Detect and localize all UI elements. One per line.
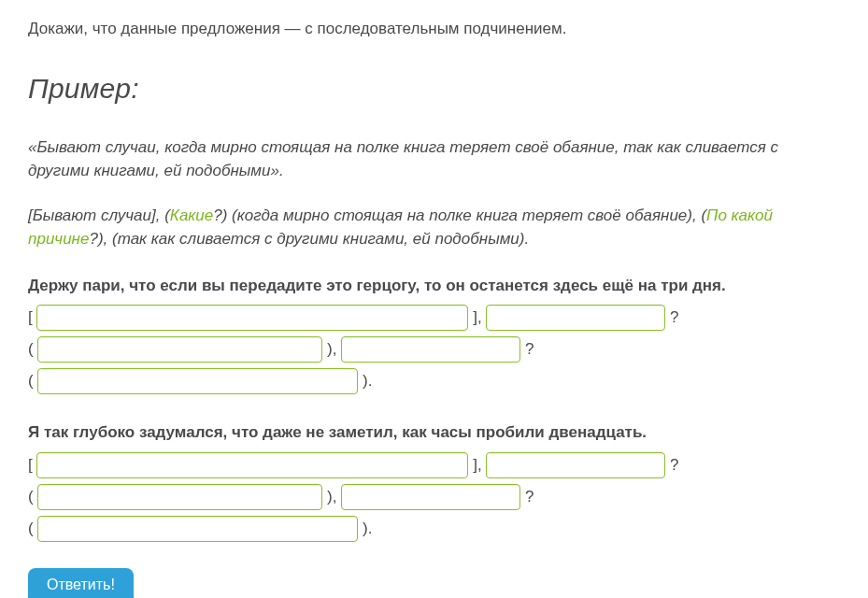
bracket-close-comma: ], xyxy=(468,308,486,326)
paren-open: ( xyxy=(28,340,37,358)
paren-close-comma: ), xyxy=(322,340,341,358)
question-mark: ? xyxy=(665,456,678,474)
instruction-text: Докажи, что данные предложения — с после… xyxy=(28,17,831,41)
task-sentence: Я так глубоко задумался, что даже не зам… xyxy=(28,420,831,445)
answer-input[interactable] xyxy=(37,516,358,542)
answer-line: [ ], ? xyxy=(28,452,831,478)
paren-close-period: ). xyxy=(358,520,372,537)
answer-line: [ ], ? xyxy=(28,305,831,331)
question-mark: ? xyxy=(520,488,534,505)
answer-input[interactable] xyxy=(37,484,322,510)
answer-line: ( ), ? xyxy=(28,336,831,363)
bracket-close-comma: ], xyxy=(468,456,486,474)
question-mark: ? xyxy=(520,340,534,358)
answer-input[interactable] xyxy=(37,368,358,394)
answer-input[interactable] xyxy=(36,452,468,478)
question-mark: ? xyxy=(665,308,678,326)
submit-button[interactable]: Ответить! xyxy=(28,568,134,599)
exercise-page: Докажи, что данные предложения — с после… xyxy=(0,0,868,598)
paren-open: ( xyxy=(28,372,37,390)
paren-open: ( xyxy=(28,520,37,537)
answer-input[interactable] xyxy=(341,484,520,510)
example-analysis-part: [Бывают случаи], ( xyxy=(28,206,170,224)
paren-open: ( xyxy=(28,488,37,505)
answer-input[interactable] xyxy=(486,452,665,478)
example-heading: Пример: xyxy=(28,67,831,109)
answer-input[interactable] xyxy=(37,336,322,363)
example-analysis: [Бывают случаи], (Какие?) (когда мирно с… xyxy=(28,204,831,251)
task-block: Держу пари, что если вы передадите это г… xyxy=(28,274,831,395)
answer-line: ( ). xyxy=(28,368,831,394)
answer-input[interactable] xyxy=(341,336,520,363)
paren-close-comma: ), xyxy=(322,488,341,505)
example-sentence: «Бывают случаи, когда мирно стоящая на п… xyxy=(28,135,831,183)
answer-input[interactable] xyxy=(486,305,665,331)
example-analysis-part: ?), (так как сливается с другими книгами… xyxy=(89,230,529,248)
bracket-open: [ xyxy=(28,308,36,326)
task-sentence: Держу пари, что если вы передадите это г… xyxy=(28,274,831,298)
answer-line: ( ). xyxy=(28,516,831,542)
answer-input[interactable] xyxy=(36,305,468,331)
paren-close-period: ). xyxy=(358,372,372,390)
answer-line: ( ), ? xyxy=(28,484,831,510)
bracket-open: [ xyxy=(28,456,36,474)
example-analysis-part: ?) (когда мирно стоящая на полке книга т… xyxy=(213,206,706,224)
example-question-word: Какие xyxy=(170,206,213,224)
task-block: Я так глубоко задумался, что даже не зам… xyxy=(28,420,831,542)
